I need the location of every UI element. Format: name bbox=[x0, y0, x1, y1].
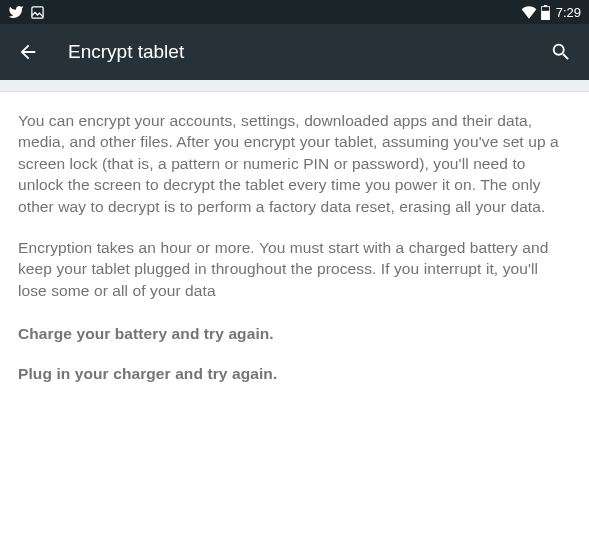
app-bar: Encrypt tablet bbox=[0, 24, 589, 80]
status-bar: 7:29 bbox=[0, 0, 589, 24]
content-area: You can encrypt your accounts, settings,… bbox=[0, 92, 589, 551]
search-icon bbox=[550, 41, 572, 63]
page-title: Encrypt tablet bbox=[68, 41, 549, 63]
description-paragraph-2: Encryption takes an hour or more. You mu… bbox=[18, 237, 571, 301]
image-icon bbox=[30, 5, 45, 20]
twitter-icon bbox=[8, 4, 24, 20]
warning-battery: Charge your battery and try again. bbox=[18, 323, 571, 345]
status-time: 7:29 bbox=[556, 5, 581, 20]
wifi-icon bbox=[521, 5, 537, 19]
back-button[interactable] bbox=[16, 40, 40, 64]
status-right: 7:29 bbox=[521, 5, 581, 20]
svg-rect-0 bbox=[32, 6, 43, 17]
warning-charger: Plug in your charger and try again. bbox=[18, 363, 571, 385]
svg-rect-3 bbox=[541, 10, 549, 19]
search-button[interactable] bbox=[549, 40, 573, 64]
description-paragraph-1: You can encrypt your accounts, settings,… bbox=[18, 110, 571, 217]
status-left bbox=[8, 4, 45, 20]
back-arrow-icon bbox=[17, 41, 39, 63]
subheader-divider bbox=[0, 80, 589, 92]
battery-icon bbox=[541, 5, 550, 20]
